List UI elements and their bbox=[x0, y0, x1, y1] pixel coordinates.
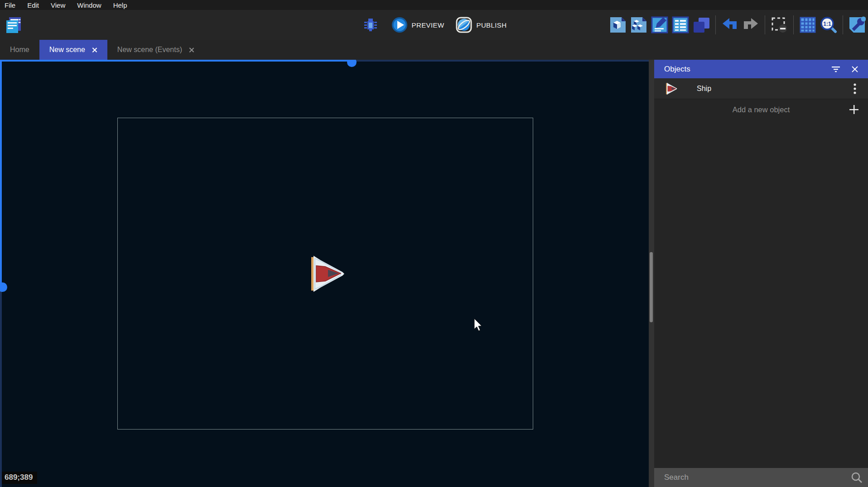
tab-new-scene-events[interactable]: New scene (Events) bbox=[107, 40, 204, 60]
close-icon bbox=[851, 66, 858, 73]
toolbar-separator bbox=[715, 15, 716, 34]
ship-instance[interactable] bbox=[309, 255, 345, 293]
redo-icon bbox=[743, 17, 759, 33]
project-manager-button[interactable] bbox=[3, 14, 24, 36]
tab-home[interactable]: Home bbox=[0, 40, 39, 60]
close-panel-button[interactable] bbox=[847, 62, 863, 77]
horizontal-scrollbar-track[interactable] bbox=[0, 60, 349, 62]
menu-file[interactable]: File bbox=[5, 1, 15, 9]
tab-home-label: Home bbox=[10, 46, 29, 54]
tab-new-scene-events-label: New scene (Events) bbox=[117, 46, 182, 54]
scene-properties-icon bbox=[849, 16, 866, 33]
zoom-original-icon: 1:1 bbox=[820, 16, 837, 33]
preview-button[interactable]: PREVIEW bbox=[391, 17, 444, 33]
properties-icon bbox=[651, 16, 668, 33]
object-groups-button[interactable] bbox=[630, 16, 648, 34]
scene-properties-button[interactable] bbox=[848, 16, 866, 34]
objects-list-icon bbox=[609, 16, 627, 33]
grid-icon bbox=[800, 17, 816, 33]
scene-canvas[interactable]: 689;389 bbox=[0, 60, 649, 487]
menu-window[interactable]: Window bbox=[77, 1, 101, 9]
toolbar-separator bbox=[843, 15, 843, 34]
vertical-scrollbar-track[interactable] bbox=[0, 60, 2, 284]
main-area: 689;389 Objects bbox=[0, 60, 868, 487]
objects-panel-title: Objects bbox=[664, 65, 828, 74]
objects-panel-header: Objects bbox=[654, 60, 868, 78]
toolbar-separator bbox=[793, 15, 794, 34]
redo-button[interactable] bbox=[742, 16, 760, 34]
grid-button[interactable] bbox=[799, 16, 817, 34]
layers-button[interactable] bbox=[692, 16, 710, 34]
debug-icon bbox=[363, 17, 378, 33]
preview-icon bbox=[391, 17, 408, 33]
panel-divider[interactable] bbox=[649, 60, 654, 487]
search-input[interactable] bbox=[654, 468, 868, 487]
horizontal-scrollbar-track[interactable] bbox=[349, 60, 649, 62]
object-search-bar bbox=[654, 468, 868, 487]
publish-button[interactable]: PUBLISH bbox=[456, 17, 506, 33]
menu-edit[interactable]: Edit bbox=[27, 1, 39, 9]
object-menu-button[interactable] bbox=[848, 82, 862, 95]
instances-list-button[interactable] bbox=[671, 16, 690, 34]
svg-text:1:1: 1:1 bbox=[823, 21, 831, 27]
object-row-ship[interactable]: Ship bbox=[654, 78, 868, 99]
project-manager-icon bbox=[4, 15, 23, 34]
publish-label: PUBLISH bbox=[476, 21, 506, 29]
vertical-scrollbar-track[interactable] bbox=[0, 284, 2, 487]
debug-button[interactable] bbox=[362, 16, 380, 34]
tab-new-scene-label: New scene bbox=[49, 46, 85, 54]
vertical-scrollbar-thumb[interactable] bbox=[0, 282, 7, 292]
tab-new-scene[interactable]: New scene bbox=[39, 40, 107, 60]
zoom-original-button[interactable]: 1:1 bbox=[820, 16, 838, 34]
deselect-button[interactable] bbox=[770, 16, 788, 34]
properties-button[interactable] bbox=[651, 16, 669, 34]
add-new-object-button[interactable]: Add a new object bbox=[654, 100, 868, 119]
search-icon bbox=[851, 472, 863, 483]
horizontal-scrollbar-thumb[interactable] bbox=[347, 60, 357, 67]
object-groups-icon bbox=[630, 16, 647, 33]
menu-view[interactable]: View bbox=[51, 1, 65, 9]
undo-icon bbox=[722, 17, 738, 33]
editor-tabs: Home New scene New scene (Events) bbox=[0, 40, 868, 60]
objects-panel: Objects Ship bbox=[654, 60, 868, 487]
undo-button[interactable] bbox=[721, 16, 739, 34]
toolbar-separator bbox=[765, 15, 765, 34]
add-new-object-label: Add a new object bbox=[733, 105, 790, 114]
kebab-menu-icon bbox=[854, 83, 856, 94]
plus-icon[interactable] bbox=[847, 103, 861, 116]
object-name: Ship bbox=[697, 85, 848, 93]
objects-list-button[interactable] bbox=[609, 16, 627, 34]
filter-button[interactable] bbox=[828, 62, 844, 77]
toolbar: PREVIEW PUBLISH bbox=[0, 10, 868, 40]
close-icon[interactable] bbox=[92, 47, 97, 53]
divider-scrollbar-thumb[interactable] bbox=[650, 252, 653, 322]
filter-icon bbox=[831, 66, 840, 73]
cursor-coordinates: 689;389 bbox=[2, 472, 37, 484]
ship-thumbnail-icon bbox=[665, 82, 678, 95]
menu-help[interactable]: Help bbox=[113, 1, 127, 9]
publish-icon bbox=[456, 17, 472, 33]
preview-label: PREVIEW bbox=[412, 21, 444, 29]
close-icon[interactable] bbox=[188, 47, 194, 53]
layers-icon bbox=[693, 16, 710, 33]
deselect-icon bbox=[771, 17, 787, 33]
menu-bar: File Edit View Window Help bbox=[0, 0, 868, 10]
instances-list-icon bbox=[672, 16, 689, 33]
